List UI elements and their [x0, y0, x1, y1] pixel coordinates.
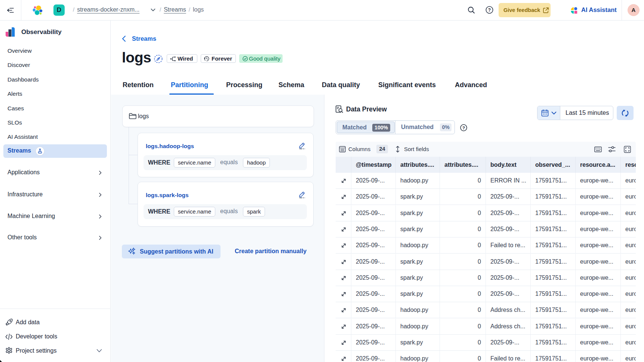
svg-text:?: ? — [462, 126, 465, 130]
svg-text:?: ? — [488, 7, 491, 13]
